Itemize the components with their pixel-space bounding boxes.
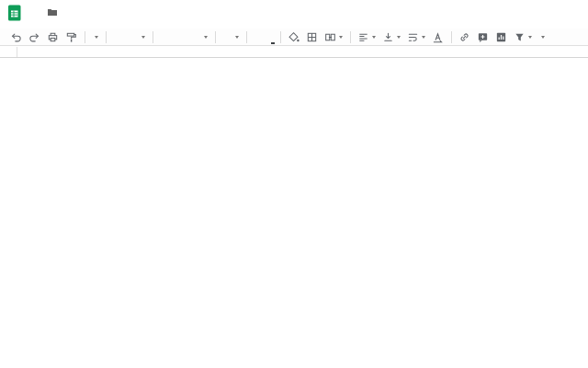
vertical-align-button[interactable] <box>380 29 402 44</box>
font-size-select[interactable] <box>220 29 241 44</box>
insert-chart-button[interactable] <box>493 29 509 44</box>
more-formats-select[interactable] <box>137 29 147 44</box>
toolbar-divider <box>106 31 107 43</box>
text-wrap-button[interactable] <box>405 29 427 44</box>
toolbar-divider <box>153 31 153 43</box>
horizontal-align-button[interactable] <box>356 29 378 44</box>
formula-bar <box>0 47 588 58</box>
toolbar-divider <box>85 31 85 43</box>
toolbar-divider <box>280 31 281 43</box>
formula-input[interactable] <box>17 47 588 57</box>
fill-color-button[interactable] <box>286 29 301 44</box>
filter-button[interactable] <box>512 29 534 44</box>
toolbar <box>0 29 588 46</box>
toolbar-divider <box>246 31 247 43</box>
italic-button[interactable] <box>258 29 262 44</box>
merge-cells-button[interactable] <box>322 29 345 44</box>
chevron-down-icon <box>204 36 208 39</box>
undo-button[interactable] <box>8 29 24 44</box>
insert-link-button[interactable] <box>457 29 472 44</box>
chevron-down-icon <box>141 36 145 39</box>
chevron-down-icon <box>372 36 376 39</box>
spreadsheet-grid <box>0 58 588 368</box>
borders-button[interactable] <box>304 29 320 44</box>
toolbar-divider <box>350 31 351 43</box>
zoom-select[interactable] <box>90 29 100 44</box>
title-bar <box>0 0 588 17</box>
chevron-down-icon <box>541 36 545 39</box>
chevron-down-icon <box>339 36 343 39</box>
decrease-decimals-button[interactable] <box>124 29 128 44</box>
text-rotation-button[interactable] <box>430 29 446 44</box>
font-family-select[interactable] <box>158 29 209 44</box>
insert-comment-button[interactable] <box>475 29 491 44</box>
chevron-down-icon <box>422 36 425 39</box>
chevron-down-icon <box>95 36 98 39</box>
redo-button[interactable] <box>27 29 42 44</box>
chevron-down-icon <box>528 36 532 39</box>
paint-format-button[interactable] <box>63 29 79 44</box>
toolbar-divider <box>451 31 452 43</box>
strikethrough-button[interactable] <box>265 29 268 44</box>
menu-bar <box>0 17 588 29</box>
toolbar-divider <box>215 31 216 43</box>
format-currency-button[interactable] <box>111 29 115 44</box>
chevron-down-icon <box>235 36 239 39</box>
bold-button[interactable] <box>252 29 255 44</box>
increase-decimals-button[interactable] <box>130 29 134 44</box>
format-percent-button[interactable] <box>118 29 121 44</box>
functions-button[interactable] <box>537 29 547 44</box>
print-button[interactable] <box>45 29 61 44</box>
chevron-down-icon <box>397 36 401 39</box>
text-color-button[interactable] <box>271 29 275 44</box>
